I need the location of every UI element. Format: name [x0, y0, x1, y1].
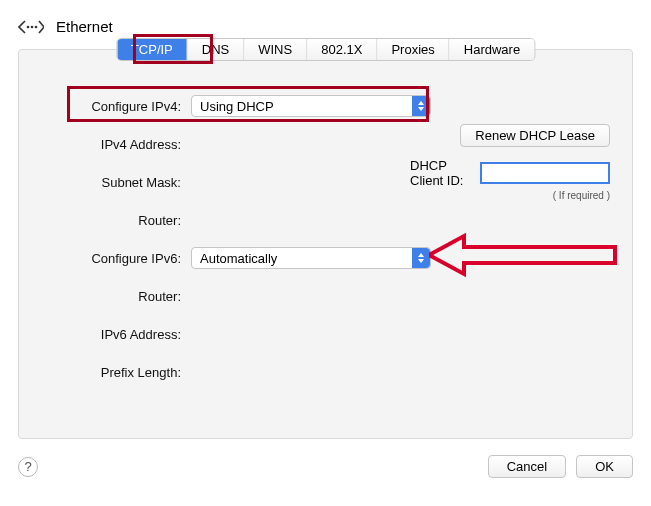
renew-dhcp-button[interactable]: Renew DHCP Lease [460, 124, 610, 147]
footer: ? Cancel OK [18, 455, 633, 478]
label-dhcp-client-id: DHCP Client ID: [410, 158, 472, 188]
page-title: Ethernet [56, 18, 113, 35]
cancel-button[interactable]: Cancel [488, 455, 566, 478]
tab-wins[interactable]: WINS [244, 39, 307, 60]
help-icon[interactable]: ? [18, 457, 38, 477]
header-bar: Ethernet [18, 18, 633, 35]
dhcp-client-id-input[interactable] [480, 162, 610, 184]
row-prefix-length: Prefix Length: [41, 360, 610, 384]
row-configure-ipv6: Configure IPv6: Automatically [41, 246, 610, 270]
select-configure-ipv4[interactable]: Using DHCP [191, 95, 431, 117]
row-configure-ipv4: Configure IPv4: Using DHCP [41, 94, 610, 118]
tab-hardware[interactable]: Hardware [450, 39, 534, 60]
chevrons-icon [412, 96, 430, 116]
settings-panel: TCP/IP DNS WINS 802.1X Proxies Hardware … [18, 49, 633, 439]
label-ipv4-router: Router: [41, 213, 191, 228]
select-value-ipv4: Using DHCP [200, 99, 274, 114]
select-value-ipv6: Automatically [200, 251, 277, 266]
row-dhcp-client-id: DHCP Client ID: [410, 158, 610, 188]
label-ipv6-address: IPv6 Address: [41, 327, 191, 342]
label-subnet-mask: Subnet Mask: [41, 175, 191, 190]
label-ipv6-router: Router: [41, 289, 191, 304]
label-ipv4-address: IPv4 Address: [41, 137, 191, 152]
tab-tcpip[interactable]: TCP/IP [117, 39, 188, 60]
row-ipv4-router: Router: [41, 208, 610, 232]
chevrons-icon [412, 248, 430, 268]
row-ipv6-router: Router: [41, 284, 610, 308]
label-prefix-length: Prefix Length: [41, 365, 191, 380]
tab-8021x[interactable]: 802.1X [307, 39, 377, 60]
label-configure-ipv4: Configure IPv4: [41, 99, 191, 114]
tab-proxies[interactable]: Proxies [377, 39, 449, 60]
tab-dns[interactable]: DNS [188, 39, 244, 60]
back-icon[interactable] [18, 19, 44, 35]
tab-bar: TCP/IP DNS WINS 802.1X Proxies Hardware [116, 38, 535, 61]
ok-button[interactable]: OK [576, 455, 633, 478]
svg-point-2 [35, 25, 38, 28]
right-column: Renew DHCP Lease DHCP Client ID: ( If re… [410, 124, 610, 201]
hint-if-required: ( If required ) [410, 190, 610, 201]
footer-buttons: Cancel OK [488, 455, 633, 478]
row-ipv6-address: IPv6 Address: [41, 322, 610, 346]
svg-point-0 [27, 25, 30, 28]
select-configure-ipv6[interactable]: Automatically [191, 247, 431, 269]
label-configure-ipv6: Configure IPv6: [41, 251, 191, 266]
svg-point-1 [31, 25, 34, 28]
